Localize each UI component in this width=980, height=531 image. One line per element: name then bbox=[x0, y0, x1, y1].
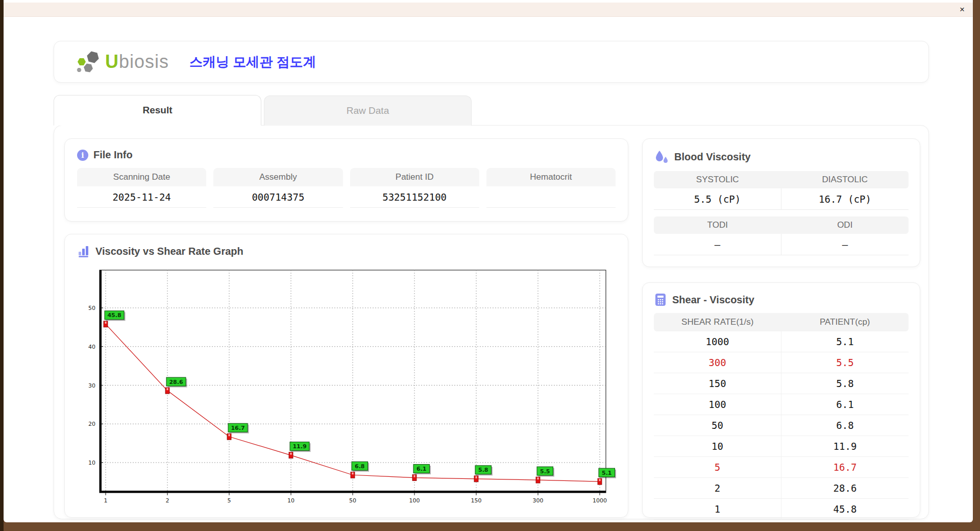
file-info-title-row: i File Info bbox=[77, 149, 616, 161]
table-row: 3005.5 bbox=[654, 352, 909, 373]
file-info-field: Assembly000714375 bbox=[213, 168, 342, 208]
shear-viscosity-card: Shear - Viscosity SHEAR RATE(1/s)PATIENT… bbox=[642, 282, 920, 518]
table-row: 10005.1 bbox=[654, 331, 909, 352]
tab-result[interactable]: Result bbox=[54, 95, 261, 126]
svg-text:300: 300 bbox=[533, 497, 544, 504]
table-value-row: –– bbox=[654, 234, 909, 255]
svg-text:45.8: 45.8 bbox=[107, 312, 121, 319]
shear-viscosity-table: SHEAR RATE(1/s)PATIENT(cp) 10005.13005.5… bbox=[654, 313, 909, 520]
logo: Ubiosis bbox=[76, 50, 169, 74]
svg-text:1000: 1000 bbox=[593, 497, 607, 504]
svg-text:28.6: 28.6 bbox=[169, 379, 183, 385]
blood-viscosity-title-row: Blood Viscosity bbox=[654, 149, 909, 164]
tab-bar: Result Raw Data bbox=[54, 95, 472, 126]
patient-cell: 6.8 bbox=[781, 415, 909, 436]
field-value: 53251152100 bbox=[350, 186, 479, 208]
svg-text:50: 50 bbox=[88, 305, 95, 311]
shear-viscosity-title: Shear - Viscosity bbox=[672, 294, 754, 306]
svg-text:100: 100 bbox=[409, 497, 420, 504]
table-header-row: TODIODI bbox=[654, 216, 909, 234]
svg-text:16.7: 16.7 bbox=[231, 425, 244, 431]
svg-text:150: 150 bbox=[471, 497, 482, 504]
file-info-card: i File Info Scanning Date2025-11-24Assem… bbox=[64, 138, 628, 222]
table-row: 228.6 bbox=[654, 478, 909, 499]
patient-cell: 5.5 bbox=[781, 352, 909, 373]
tab-raw-data[interactable]: Raw Data bbox=[264, 95, 472, 126]
file-info-field: Hematocrit bbox=[486, 168, 616, 208]
svg-text:5.5: 5.5 bbox=[540, 468, 550, 475]
svg-text:30: 30 bbox=[88, 382, 95, 389]
table-value-row: 5.5 (cP)16.7 (cP) bbox=[654, 188, 909, 210]
patient-cell: 5.8 bbox=[781, 373, 909, 394]
header-card: Ubiosis 스캐닝 모세관 점도계 bbox=[54, 41, 929, 83]
shear-rate-cell: 5 bbox=[654, 457, 781, 477]
shear-table-header: SHEAR RATE(1/s)PATIENT(cp) bbox=[654, 313, 909, 331]
table-value: – bbox=[654, 234, 781, 255]
svg-text:40: 40 bbox=[88, 344, 95, 350]
table-row: 145.8 bbox=[654, 499, 909, 520]
svg-text:10: 10 bbox=[287, 497, 295, 504]
svg-text:6.1: 6.1 bbox=[416, 466, 427, 472]
field-label: Patient ID bbox=[350, 168, 479, 186]
shear-rate-cell: 300 bbox=[654, 352, 781, 373]
svg-text:20: 20 bbox=[88, 421, 95, 427]
calculator-icon bbox=[654, 293, 667, 306]
blood-viscosity-table: TODIODI–– bbox=[654, 216, 909, 255]
shear-rate-cell: 1000 bbox=[654, 331, 781, 352]
field-value bbox=[486, 186, 616, 208]
file-info-field: Scanning Date2025-11-24 bbox=[77, 168, 206, 208]
column-header: TODI bbox=[654, 216, 781, 234]
close-icon[interactable]: × bbox=[960, 5, 965, 14]
table-row: 516.7 bbox=[654, 457, 909, 478]
field-value: 000714375 bbox=[213, 186, 342, 208]
svg-text:5.1: 5.1 bbox=[602, 470, 612, 476]
shear-rate-cell: 150 bbox=[654, 373, 781, 394]
svg-text:5: 5 bbox=[228, 497, 231, 504]
file-info-field: Patient ID53251152100 bbox=[350, 168, 479, 208]
desktop-edge bbox=[0, 0, 4, 531]
info-icon: i bbox=[77, 150, 88, 161]
column-header: ODI bbox=[781, 216, 909, 234]
svg-text:5.8: 5.8 bbox=[478, 467, 488, 473]
shear-viscosity-title-row: Shear - Viscosity bbox=[654, 293, 909, 306]
main-content-card: i File Info Scanning Date2025-11-24Assem… bbox=[54, 125, 929, 519]
patient-cell: 6.1 bbox=[781, 394, 909, 415]
shear-rate-cell: 1 bbox=[654, 499, 781, 519]
graph-card: Viscosity vs Shear Rate Graph 1020304050… bbox=[64, 234, 628, 518]
shear-rate-cell: 2 bbox=[654, 478, 781, 498]
table-value: 16.7 (cP) bbox=[781, 188, 909, 210]
table-row: 1011.9 bbox=[654, 436, 909, 457]
page-title: 스캐닝 모세관 점도계 bbox=[189, 53, 316, 71]
svg-text:1: 1 bbox=[104, 497, 108, 504]
column-header: SYSTOLIC bbox=[654, 171, 781, 188]
patient-cell: 28.6 bbox=[781, 478, 909, 498]
table-row: 1006.1 bbox=[654, 394, 909, 415]
patient-cell: 45.8 bbox=[781, 499, 909, 519]
svg-text:10: 10 bbox=[88, 460, 95, 466]
shear-rate-cell: 100 bbox=[654, 394, 781, 415]
blood-viscosity-tables: SYSTOLICDIASTOLIC5.5 (cP)16.7 (cP)TODIOD… bbox=[654, 171, 909, 255]
shear-table-body: 10005.13005.51505.81006.1506.81011.9516.… bbox=[654, 331, 909, 520]
droplet-icon bbox=[654, 149, 669, 164]
field-value: 2025-11-24 bbox=[77, 186, 206, 208]
graph-title: Viscosity vs Shear Rate Graph bbox=[95, 246, 243, 257]
viscosity-chart: 10203040501251050100150300100045.828.616… bbox=[75, 267, 619, 510]
shear-rate-cell: 50 bbox=[654, 415, 781, 436]
field-label: Assembly bbox=[213, 168, 342, 186]
svg-text:2: 2 bbox=[166, 497, 169, 504]
graph-title-row: Viscosity vs Shear Rate Graph bbox=[77, 245, 616, 258]
bar-chart-icon bbox=[77, 245, 90, 258]
table-row: 1505.8 bbox=[654, 373, 909, 394]
viscosity-chart-svg: 10203040501251050100150300100045.828.616… bbox=[75, 267, 619, 508]
field-label: Scanning Date bbox=[77, 168, 206, 186]
logo-text: Ubiosis bbox=[105, 51, 169, 73]
patient-cell: 16.7 bbox=[781, 457, 909, 477]
blood-viscosity-card: Blood Viscosity SYSTOLICDIASTOLIC5.5 (cP… bbox=[642, 138, 920, 267]
blood-viscosity-title: Blood Viscosity bbox=[674, 151, 751, 163]
column-header: DIASTOLIC bbox=[781, 171, 909, 188]
blood-viscosity-table: SYSTOLICDIASTOLIC5.5 (cP)16.7 (cP) bbox=[654, 171, 909, 210]
window-titlebar: × bbox=[4, 3, 973, 17]
table-row: 506.8 bbox=[654, 415, 909, 436]
table-value: 5.5 (cP) bbox=[654, 188, 781, 210]
field-label: Hematocrit bbox=[486, 168, 616, 186]
